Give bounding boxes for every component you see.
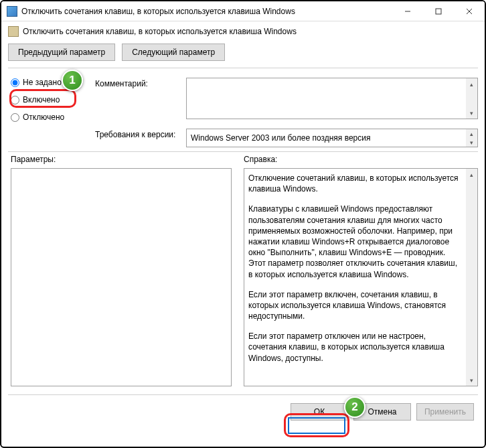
comment-textarea[interactable]: ▴ ▾ — [186, 78, 478, 119]
radio-enabled[interactable]: Включено — [11, 95, 91, 104]
help-p3: Если этот параметр включен, сочетания кл… — [248, 289, 463, 322]
policy-header: Отключить сочетания клавиш, в которых ис… — [1, 21, 485, 40]
scroll-up-icon[interactable]: ▴ — [466, 129, 477, 138]
prev-button[interactable]: Предыдущий параметр — [8, 44, 115, 61]
comment-label: Комментарий: — [95, 78, 182, 88]
radio-not-configured-input[interactable] — [11, 78, 19, 87]
scroll-down-icon[interactable]: ▾ — [466, 374, 477, 386]
radio-disabled-label: Отключено — [23, 113, 64, 122]
comment-scrollbar[interactable]: ▴ ▾ — [466, 78, 477, 119]
help-text: Отключение сочетаний клавиш, в которых и… — [248, 173, 463, 382]
help-box[interactable]: Отключение сочетаний клавиш, в которых и… — [244, 168, 478, 386]
policy-name: Отключить сочетания клавиш, в которых ис… — [23, 27, 297, 36]
scroll-down-icon[interactable]: ▾ — [466, 107, 477, 119]
radio-disabled-input[interactable] — [11, 113, 19, 122]
dialog-footer: ОК Отмена Применить — [8, 394, 478, 429]
maximize-button[interactable] — [423, 1, 454, 21]
scroll-up-icon[interactable]: ▴ — [466, 78, 477, 90]
requirements-value: Windows Server 2003 или более поздняя ве… — [191, 133, 370, 143]
close-button[interactable] — [454, 1, 485, 21]
apply-button[interactable]: Применить — [416, 403, 474, 421]
ok-button[interactable]: ОК — [291, 403, 348, 421]
help-panel: Справка: Отключение сочетаний клавиш, в … — [244, 155, 478, 389]
radio-enabled-label: Включено — [23, 95, 60, 104]
requirements-label: Требования к версии: — [95, 129, 182, 139]
help-p4: Если этот параметр отключен или не настр… — [248, 331, 463, 364]
nav-buttons: Предыдущий параметр Следующий параметр — [1, 40, 485, 68]
radio-disabled[interactable]: Отключено — [11, 113, 91, 122]
scroll-up-icon[interactable]: ▴ — [466, 169, 477, 180]
titlebar[interactable]: Отключить сочетания клавиш, в которых ис… — [1, 1, 485, 21]
radio-enabled-input[interactable] — [11, 96, 19, 104]
minimize-button[interactable] — [392, 1, 423, 21]
help-p2: Клавиатуры с клавишей Windows предоставл… — [248, 204, 463, 279]
requirements-box: Windows Server 2003 или более поздняя ве… — [186, 129, 478, 147]
radio-not-configured-label: Не задано — [23, 78, 62, 87]
window-controls — [392, 1, 485, 21]
svg-rect-1 — [436, 9, 441, 14]
help-label: Справка: — [244, 155, 478, 164]
annotation-badge-2: 2 — [344, 396, 366, 418]
params-panel: Параметры: — [11, 155, 232, 389]
lower-panels: Параметры: Справка: Отключение сочетаний… — [1, 152, 485, 394]
annotation-badge-1: 1 — [62, 70, 83, 91]
help-scrollbar[interactable]: ▴ ▾ — [466, 169, 477, 386]
help-p1: Отключение сочетаний клавиш, в которых и… — [248, 173, 463, 194]
app-icon — [7, 6, 17, 17]
policy-icon — [8, 26, 19, 37]
requirements-scrollbar[interactable]: ▴ ▾ — [466, 129, 477, 147]
next-button[interactable]: Следующий параметр — [122, 44, 225, 61]
dialog-window: Отключить сочетания клавиш, в которых ис… — [0, 0, 486, 448]
params-box[interactable] — [11, 168, 232, 386]
scroll-down-icon[interactable]: ▾ — [466, 138, 477, 147]
params-label: Параметры: — [11, 155, 232, 164]
window-title: Отключить сочетания клавиш, в которых ис… — [21, 7, 392, 16]
